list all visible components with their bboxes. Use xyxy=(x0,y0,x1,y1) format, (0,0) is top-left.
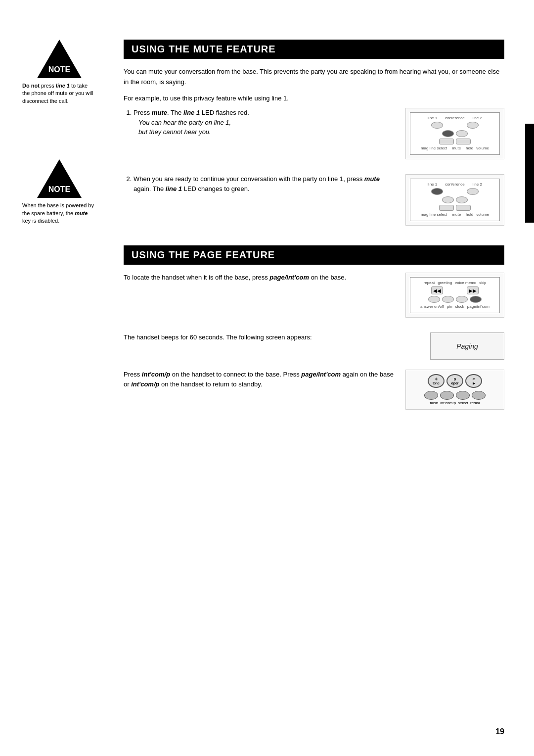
page: NOTE Do not press line 1 to take the pho… xyxy=(0,0,534,756)
mute-step1-text: Press mute. The line 1 LED flashes red. … xyxy=(124,108,396,143)
note-block-2: NOTE When the base is powered by the spa… xyxy=(22,159,96,225)
mute-device-diagram-2: line 1 conference line 2 xyxy=(405,174,504,226)
note-label-2: NOTE xyxy=(37,185,82,194)
paging-screen-col: Paging xyxy=(405,332,504,360)
note-text-2: When the base is powered by the spare ba… xyxy=(22,202,96,225)
mute-diagram-1: line 1 conference line 2 xyxy=(405,108,504,164)
page-handset-text: Press int'com/p on the handset to connec… xyxy=(124,370,396,394)
mute-example: For example, to use this privacy feature… xyxy=(124,94,504,103)
mute-diag1-btn-vol xyxy=(456,139,471,144)
handset-select-key xyxy=(456,391,470,400)
page-base-pin-btn xyxy=(442,296,454,303)
page-locate-text: To locate the handset when it is off the… xyxy=(124,273,396,287)
main-content: USING THE MUTE FEATURE You can mute your… xyxy=(109,30,534,726)
page-handset-row: Press int'com/p on the handset to connec… xyxy=(124,370,504,410)
handset-hash-key: # ▶ xyxy=(465,374,482,388)
note1-bold: Do not press line 1 to take the phone of… xyxy=(22,83,93,104)
page-base-clock-btn xyxy=(456,296,468,303)
mute-diag2-btn-vol xyxy=(456,205,471,211)
mute-step2-text: When you are ready to continue your conv… xyxy=(124,174,396,199)
mute-diag1-btn-row2 xyxy=(413,130,496,137)
mute-diag1-bottom-labels: mag line select mute hold volume xyxy=(413,146,496,150)
note-triangle-2: NOTE xyxy=(37,159,82,199)
mute-diag2-btn-mag xyxy=(439,205,454,211)
mute-step1-row: Press mute. The line 1 LED flashes red. … xyxy=(124,108,504,164)
page-base-top-labels: repeat greeting voice memo skip xyxy=(413,281,496,285)
page-paging-text: The handset beeps for 60 seconds. The fo… xyxy=(124,332,396,347)
mute-diag2-bottom-labels: mag line select mute hold volume xyxy=(413,212,496,217)
note-text-1: Do not press line 1 to take the phone of… xyxy=(22,82,96,105)
handset-intcom-key xyxy=(440,391,454,400)
mute-diag1-btn-line1 xyxy=(431,122,443,129)
handset-key-row1: ✳ tone 0 oper # xyxy=(410,374,500,388)
page-para1: To locate the handset when it is off the… xyxy=(124,273,396,283)
page-base-answer-btn xyxy=(428,296,440,303)
mute-diag1-btn-mute xyxy=(442,130,454,137)
paging-display: Paging xyxy=(430,332,504,360)
mute-device-diagram-1: line 1 conference line 2 xyxy=(405,108,504,159)
page-base-btn-row2 xyxy=(413,296,496,303)
mute-diag2-btn-mute xyxy=(442,196,454,203)
sidebar: NOTE Do not press line 1 to take the pho… xyxy=(0,30,109,726)
page-base-page-btn xyxy=(470,296,482,303)
mute-step1-item: Press mute. The line 1 LED flashes red. … xyxy=(134,108,396,137)
mute-step2-item: When you are ready to continue your conv… xyxy=(134,174,396,193)
mute-diagram-inner-1: line 1 conference line 2 xyxy=(410,112,500,155)
mute-diagram-inner-2: line 1 conference line 2 xyxy=(410,179,500,221)
mute-diagram-2: line 1 conference line 2 xyxy=(405,174,504,231)
handset-diagram-col: ✳ tone 0 oper # xyxy=(405,370,504,410)
page-base-btn-row1: ◀◀ ▶▶ xyxy=(413,286,496,294)
note-label-1: NOTE xyxy=(37,65,82,74)
mute-diag1-btn-row3 xyxy=(413,139,496,144)
page-section-header: USING THE PAGE FEATURE xyxy=(124,245,504,265)
mute-diag2-btn-line1 xyxy=(431,188,443,195)
mute-diag2-top-labels: line 1 conference line 2 xyxy=(413,182,496,187)
note-block-1: NOTE Do not press line 1 to take the pho… xyxy=(22,40,96,105)
page-base-ff-btn: ▶▶ xyxy=(467,286,479,294)
page-base-diagram: repeat greeting voice memo skip ◀◀ ▶▶ xyxy=(405,273,504,323)
handset-zero-key: 0 oper xyxy=(446,374,463,388)
page-para3: Press int'com/p on the handset to connec… xyxy=(124,370,396,389)
mute-diag1-btn-line2 xyxy=(467,122,479,129)
mute-intro: You can mute your conversation from the … xyxy=(124,67,504,88)
mute-diag1-btn-row1 xyxy=(413,122,496,129)
page-base-rewind-btn: ◀◀ xyxy=(431,286,443,294)
mute-diag1-top-labels: line 1 conference line 2 xyxy=(413,116,496,120)
page-number: 19 xyxy=(495,727,504,736)
mute-section-header: USING THE MUTE FEATURE xyxy=(124,40,504,59)
mute-diag2-btn-row2 xyxy=(413,196,496,203)
page-base-bottom-labels: answer on/off pin clock page/int'com xyxy=(413,304,496,309)
mute-diag1-btn-hold xyxy=(456,130,468,137)
mute-diag1-btn-mag xyxy=(439,139,454,144)
mute-diag2-btn-row1 xyxy=(413,188,496,195)
note-triangle-1: NOTE xyxy=(37,40,82,79)
handset-key-labels: flash int'com/p select redial xyxy=(410,401,500,405)
page-base-diagram-inner: repeat greeting voice memo skip ◀◀ ▶▶ xyxy=(410,277,500,313)
mute-diag2-btn-hold xyxy=(456,196,468,203)
handset-diagram: ✳ tone 0 oper # xyxy=(405,370,504,410)
right-bar xyxy=(525,124,534,223)
mute-diag2-btn-row3 xyxy=(413,205,496,211)
mute-diag2-btn-line2 xyxy=(467,188,479,195)
handset-oval-row xyxy=(410,391,500,400)
page-para2: The handset beeps for 60 seconds. The fo… xyxy=(124,332,396,342)
handset-flash-key xyxy=(424,391,438,400)
handset-redial-key xyxy=(472,391,486,400)
page-locate-row: To locate the handset when it is off the… xyxy=(124,273,504,323)
page-paging-row: The handset beeps for 60 seconds. The fo… xyxy=(124,332,504,360)
handset-star-key: ✳ tone xyxy=(428,374,445,388)
mute-step1-italic: You can hear the party on line 1, but th… xyxy=(138,118,396,137)
mute-step2-row: When you are ready to continue your conv… xyxy=(124,174,504,231)
page-base-device-diagram: repeat greeting voice memo skip ◀◀ ▶▶ xyxy=(405,273,504,318)
